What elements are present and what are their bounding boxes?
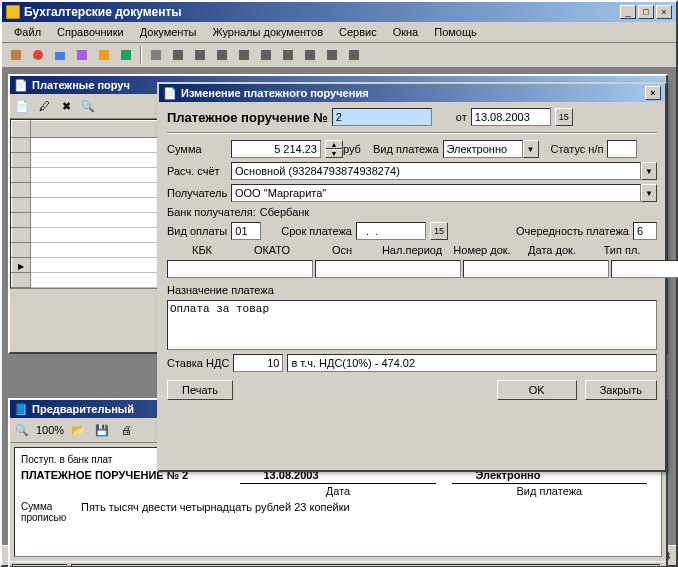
menubar: Файл Справочники Документы Журналы докум… bbox=[2, 22, 676, 43]
print-button[interactable]: Печать bbox=[167, 380, 233, 400]
nds-label: Ставка НДС bbox=[167, 357, 229, 369]
menu-windows[interactable]: Окна bbox=[385, 24, 427, 40]
toolbar-btn-8[interactable] bbox=[168, 45, 188, 65]
preview-amount-lbl: Сумма прописью bbox=[21, 501, 81, 523]
maximize-button[interactable]: □ bbox=[638, 5, 654, 19]
grid-tbtn-3[interactable]: ✖ bbox=[56, 96, 76, 116]
svg-rect-0 bbox=[6, 5, 20, 19]
toolbar-btn-15[interactable] bbox=[322, 45, 342, 65]
recv-label: Получатель bbox=[167, 187, 227, 199]
status-input[interactable] bbox=[607, 140, 637, 158]
toolbar-btn-14[interactable] bbox=[300, 45, 320, 65]
print-icon[interactable]: 🖨 bbox=[116, 420, 136, 440]
minimize-button[interactable]: _ bbox=[620, 5, 636, 19]
kbk-col-okato: ОКАТО bbox=[237, 244, 307, 256]
recipient-select[interactable] bbox=[231, 184, 641, 202]
open-icon[interactable]: 📂 bbox=[68, 420, 88, 440]
toolbar-btn-1[interactable] bbox=[6, 45, 26, 65]
toolbar-btn-16[interactable] bbox=[344, 45, 364, 65]
separator bbox=[167, 132, 657, 134]
toolbar-btn-11[interactable] bbox=[234, 45, 254, 65]
toolbar-btn-13[interactable] bbox=[278, 45, 298, 65]
vid-oplaty-input[interactable] bbox=[231, 222, 261, 240]
sum-input[interactable] bbox=[231, 140, 321, 158]
vid-platezha-label: Вид платежа bbox=[373, 143, 439, 155]
osn-input[interactable] bbox=[463, 260, 609, 278]
sum-label: Сумма bbox=[167, 143, 227, 155]
grid-title-text: Платежные поруч bbox=[32, 79, 130, 91]
kbk-col-kbk: КБК bbox=[167, 244, 237, 256]
srok-input[interactable] bbox=[356, 222, 426, 240]
preview-statusbar: Стр. 1/1 bbox=[10, 561, 666, 567]
svg-rect-9 bbox=[195, 50, 205, 60]
nalperiod-input[interactable] bbox=[611, 260, 678, 278]
srok-label: Срок платежа bbox=[281, 225, 352, 237]
dialog-body: Платежное поручение № от 15 Сумма ▲ ▼ ру… bbox=[159, 102, 665, 470]
toolbar-btn-6[interactable] bbox=[116, 45, 136, 65]
toolbar-btn-3[interactable] bbox=[50, 45, 70, 65]
ot-label: от bbox=[456, 111, 467, 123]
toolbar-btn-4[interactable] bbox=[72, 45, 92, 65]
purpose-textarea[interactable]: Оплата за товар bbox=[167, 300, 657, 350]
main-toolbar bbox=[2, 43, 676, 68]
nds-rate-input[interactable] bbox=[233, 354, 283, 372]
grid-tbtn-2[interactable]: 🖊 bbox=[34, 96, 54, 116]
rub-label: руб bbox=[343, 143, 361, 155]
dialog-icon: 📄 bbox=[163, 87, 177, 100]
toolbar-btn-7[interactable] bbox=[146, 45, 166, 65]
grid-col-marker[interactable] bbox=[12, 121, 31, 138]
dropdown-arrow-icon[interactable]: ▼ bbox=[523, 140, 539, 158]
close-button[interactable]: × bbox=[656, 5, 672, 19]
svg-rect-6 bbox=[121, 50, 131, 60]
dropdown-arrow-icon[interactable]: ▼ bbox=[641, 184, 657, 202]
preview-zoom-out[interactable]: 🔍 bbox=[12, 420, 32, 440]
svg-rect-10 bbox=[217, 50, 227, 60]
menu-directories[interactable]: Справочники bbox=[49, 24, 132, 40]
menu-journals[interactable]: Журналы документов bbox=[204, 24, 331, 40]
sum-up[interactable]: ▲ bbox=[325, 140, 343, 149]
dialog-titlebar: 📄 Изменение платежного поручения × bbox=[159, 84, 665, 102]
preview-amount-words: Пять тысяч двести четырнадцать рублей 23… bbox=[81, 501, 350, 523]
vid-platezha-select[interactable] bbox=[443, 140, 523, 158]
kbk-col-tippl: Тип пл. bbox=[587, 244, 657, 256]
save-icon[interactable]: 💾 bbox=[92, 420, 112, 440]
dropdown-arrow-icon[interactable]: ▼ bbox=[641, 162, 657, 180]
preview-ptype-lbl: Вид платежа bbox=[452, 483, 647, 497]
grid-tbtn-4[interactable]: 🔍 bbox=[78, 96, 98, 116]
vid-oplaty-label: Вид оплаты bbox=[167, 225, 227, 237]
svg-rect-12 bbox=[261, 50, 271, 60]
date-input[interactable] bbox=[471, 108, 551, 126]
kbk-input[interactable] bbox=[167, 260, 313, 278]
preview-zoom: 100% bbox=[36, 424, 64, 436]
grid-tbtn-1[interactable]: 📄 bbox=[12, 96, 32, 116]
toolbar-btn-2[interactable] bbox=[28, 45, 48, 65]
toolbar-btn-12[interactable] bbox=[256, 45, 276, 65]
menu-service[interactable]: Сервис bbox=[331, 24, 385, 40]
ok-button[interactable]: OK bbox=[497, 380, 577, 400]
toolbar-btn-9[interactable] bbox=[190, 45, 210, 65]
svg-rect-14 bbox=[305, 50, 315, 60]
dialog-close-button[interactable]: × bbox=[645, 86, 661, 100]
preview-title-text: Предварительный bbox=[32, 403, 134, 415]
toolbar-btn-5[interactable] bbox=[94, 45, 114, 65]
account-select[interactable] bbox=[231, 162, 641, 180]
rasch-label: Расч. счёт bbox=[167, 165, 227, 177]
menu-help[interactable]: Помощь bbox=[426, 24, 485, 40]
svg-rect-1 bbox=[11, 50, 21, 60]
edit-payment-dialog: 📄 Изменение платежного поручения × Плате… bbox=[157, 82, 667, 472]
nazn-label: Назначение платежа bbox=[167, 284, 657, 296]
number-input[interactable] bbox=[332, 108, 432, 126]
ochered-input[interactable] bbox=[633, 222, 657, 240]
okato-input[interactable] bbox=[315, 260, 461, 278]
date-picker-button[interactable]: 15 bbox=[555, 108, 573, 126]
nds-text-input[interactable] bbox=[287, 354, 657, 372]
sum-down[interactable]: ▼ bbox=[325, 149, 343, 158]
menu-file[interactable]: Файл bbox=[6, 24, 49, 40]
main-titlebar: Бухгалтерские документы _ □ × bbox=[2, 2, 676, 22]
cancel-button[interactable]: Закрыть bbox=[585, 380, 657, 400]
bank-label: Банк получателя: bbox=[167, 206, 256, 218]
toolbar-btn-10[interactable] bbox=[212, 45, 232, 65]
toolbar-sep-1 bbox=[140, 46, 142, 64]
menu-documents[interactable]: Документы bbox=[132, 24, 205, 40]
srok-date-button[interactable]: 15 bbox=[430, 222, 448, 240]
